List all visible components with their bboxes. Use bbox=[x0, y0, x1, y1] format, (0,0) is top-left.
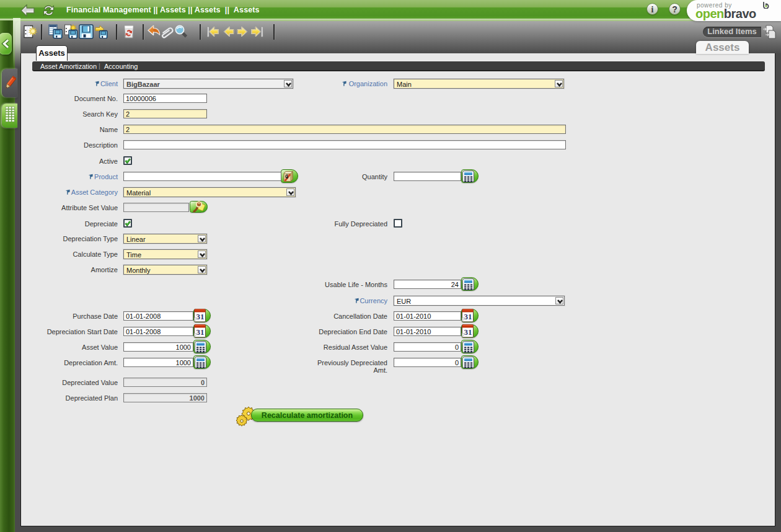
svg-text:31: 31 bbox=[196, 312, 205, 321]
svg-text:31: 31 bbox=[464, 327, 472, 337]
svg-text:31: 31 bbox=[464, 312, 472, 321]
svg-text:31: 31 bbox=[196, 327, 205, 337]
